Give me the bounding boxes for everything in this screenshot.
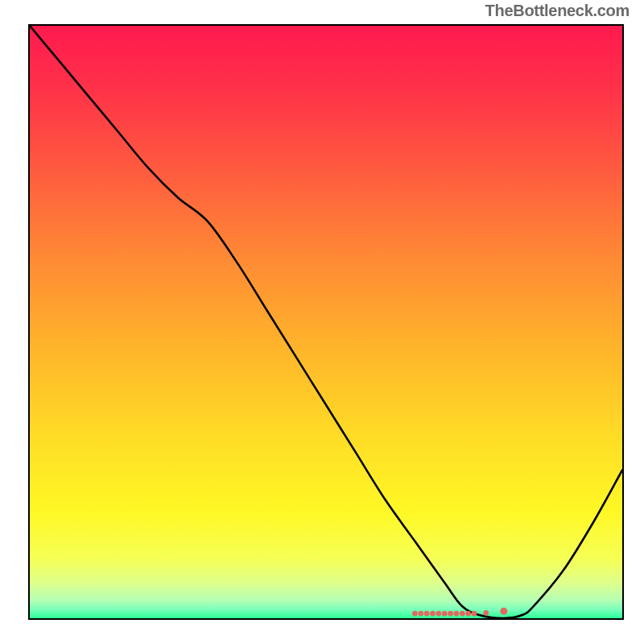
watermark-text: TheBottleneck.com (485, 2, 630, 20)
marker-dot (424, 611, 430, 617)
marker-dot (465, 611, 471, 617)
marker-dot (430, 611, 436, 617)
chart-svg (30, 26, 622, 618)
marker-dot (412, 611, 418, 617)
marker-dot (418, 611, 423, 617)
gradient-background (30, 26, 622, 618)
marker-dot (472, 611, 477, 617)
marker-dot (460, 611, 465, 617)
marker-dot (436, 611, 441, 617)
marker-dot (454, 611, 460, 617)
chart-plot-area (28, 24, 624, 620)
marker-dot (448, 611, 453, 617)
marker-dot (483, 610, 489, 616)
marker-dot (442, 611, 448, 617)
marker-dot (500, 608, 507, 615)
